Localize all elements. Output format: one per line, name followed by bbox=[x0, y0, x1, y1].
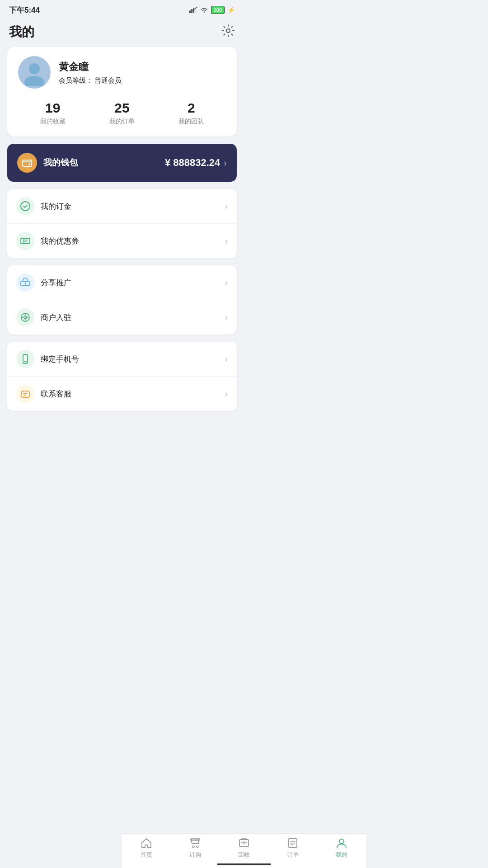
wallet-card[interactable]: 我的钱包 ¥ 888832.24 › bbox=[7, 144, 237, 182]
menu-merchant-arrow: › bbox=[225, 313, 228, 322]
stat-favorites[interactable]: 19 我的收藏 bbox=[40, 100, 66, 126]
menu-item-phone-label: 绑定手机号 bbox=[41, 354, 225, 364]
stat-team-num: 2 bbox=[178, 100, 204, 116]
stat-favorites-label: 我的收藏 bbox=[40, 118, 66, 126]
menu-item-coupon-label: 我的优惠券 bbox=[41, 236, 225, 246]
avatar[interactable] bbox=[18, 56, 51, 89]
profile-name: 黄金瞳 bbox=[59, 60, 122, 74]
wifi-icon bbox=[200, 7, 208, 13]
signal-icon bbox=[189, 7, 197, 13]
share-icon bbox=[16, 274, 34, 292]
svg-rect-19 bbox=[21, 391, 29, 397]
stat-team[interactable]: 2 我的团队 bbox=[178, 100, 204, 126]
stat-team-label: 我的团队 bbox=[178, 118, 204, 126]
status-time: 下午5:44 bbox=[9, 5, 40, 15]
svg-rect-17 bbox=[23, 354, 28, 363]
menu-item-deposit[interactable]: 我的订金 › bbox=[7, 189, 237, 224]
menu-section-3: 绑定手机号 › 联系客服 › bbox=[7, 342, 237, 411]
svg-point-10 bbox=[28, 163, 30, 165]
wallet-arrow-icon: › bbox=[224, 158, 227, 168]
battery-indicator: 100 bbox=[211, 6, 225, 14]
service-icon bbox=[16, 385, 34, 403]
svg-rect-12 bbox=[21, 238, 30, 244]
profile-level: 会员等级： 普通会员 bbox=[59, 76, 122, 85]
status-icons: 100 ⚡ bbox=[189, 6, 235, 14]
menu-item-merchant-label: 商户入驻 bbox=[41, 312, 225, 323]
status-bar: 下午5:44 100 ⚡ bbox=[0, 0, 244, 18]
wallet-right: ¥ 888832.24 › bbox=[165, 157, 227, 169]
settings-icon[interactable] bbox=[221, 24, 235, 41]
menu-item-phone[interactable]: 绑定手机号 › bbox=[7, 342, 237, 377]
menu-share-arrow: › bbox=[225, 278, 228, 288]
menu-item-share[interactable]: 分享推广 › bbox=[7, 265, 237, 300]
stat-orders-label: 我的订单 bbox=[109, 118, 135, 126]
menu-section-1: 我的订金 › 我的优惠券 › bbox=[7, 189, 237, 258]
svg-point-6 bbox=[226, 29, 230, 33]
wallet-icon bbox=[17, 153, 37, 173]
stats-row: 19 我的收藏 25 我的订单 2 我的团队 bbox=[18, 98, 226, 126]
profile-card: 黄金瞳 会员等级： 普通会员 19 我的收藏 25 我的订单 2 我的团队 bbox=[7, 47, 237, 137]
stat-orders[interactable]: 25 我的订单 bbox=[109, 100, 135, 126]
menu-coupon-arrow: › bbox=[225, 236, 228, 246]
svg-rect-9 bbox=[23, 160, 32, 166]
menu-deposit-arrow: › bbox=[225, 202, 228, 211]
menu-item-service[interactable]: 联系客服 › bbox=[7, 377, 237, 411]
menu-phone-arrow: › bbox=[225, 354, 228, 364]
menu-item-deposit-label: 我的订金 bbox=[41, 201, 225, 212]
svg-point-5 bbox=[203, 11, 205, 13]
wallet-amount: ¥ 888832.24 bbox=[165, 157, 220, 169]
wallet-left: 我的钱包 bbox=[17, 153, 78, 173]
menu-section-2: 分享推广 › 商户入驻 › bbox=[7, 265, 237, 335]
menu-item-coupon[interactable]: 我的优惠券 › bbox=[7, 224, 237, 258]
page-title: 我的 bbox=[9, 24, 34, 41]
merchant-icon bbox=[16, 308, 34, 326]
page-header: 我的 bbox=[0, 18, 244, 47]
svg-point-7 bbox=[29, 63, 40, 74]
coupon-icon bbox=[16, 232, 34, 250]
menu-item-merchant[interactable]: 商户入驻 › bbox=[7, 300, 237, 335]
stat-favorites-num: 19 bbox=[40, 100, 66, 116]
charging-icon: ⚡ bbox=[227, 6, 235, 14]
profile-top: 黄金瞳 会员等级： 普通会员 bbox=[18, 56, 226, 89]
svg-point-16 bbox=[24, 316, 27, 319]
svg-point-11 bbox=[21, 202, 30, 211]
svg-point-8 bbox=[24, 76, 44, 86]
profile-info: 黄金瞳 会员等级： 普通会员 bbox=[59, 60, 122, 85]
phone-icon bbox=[16, 350, 34, 368]
menu-service-arrow: › bbox=[225, 389, 228, 399]
stat-orders-num: 25 bbox=[109, 100, 135, 116]
page-content: 黄金瞳 会员等级： 普通会员 19 我的收藏 25 我的订单 2 我的团队 bbox=[0, 47, 244, 454]
wallet-label: 我的钱包 bbox=[43, 157, 78, 169]
menu-item-share-label: 分享推广 bbox=[41, 278, 225, 288]
deposit-icon bbox=[16, 197, 34, 215]
menu-item-service-label: 联系客服 bbox=[41, 389, 225, 399]
